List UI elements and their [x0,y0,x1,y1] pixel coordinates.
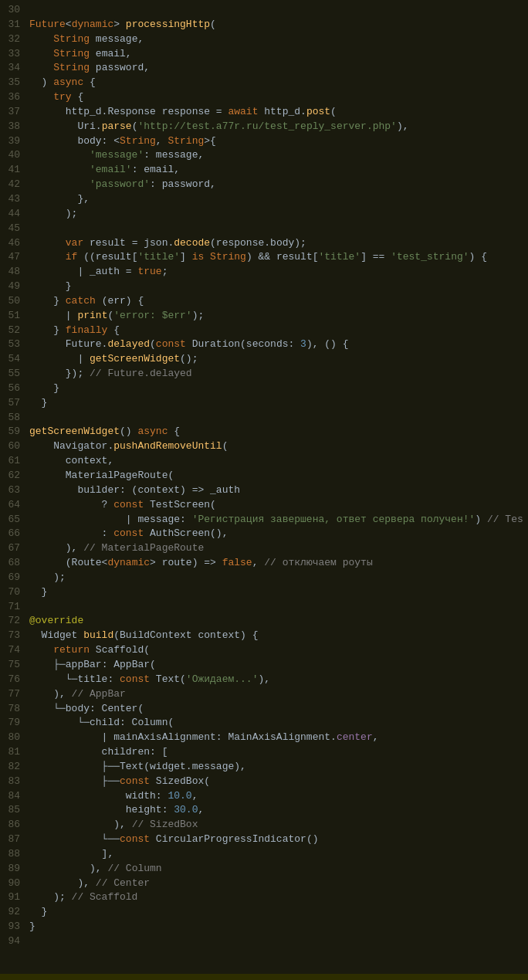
token-plain [29,91,53,103]
line-content: } [29,585,528,600]
token-plain: ? [29,499,113,510]
line-number: 74 [0,643,29,658]
token-plain: : email, [132,164,180,175]
code-line: 67 ), // MaterialPageRoute [0,541,528,556]
code-line: 78 └─body: Center( [0,702,528,717]
token-plain: | message: [29,514,192,525]
token-plain: ├─appBar: AppBar( [53,659,156,670]
code-line: 83 ├──const SizedBox( [0,775,528,789]
code-line: 39 body: <String, String>{ [0,134,528,149]
line-number: 62 [0,469,29,483]
line-content: | mainAxisAlignment: MainAxisAlignment.c… [29,731,528,745]
line-content: ├──Text(widget.message), [29,760,528,775]
token-plain [29,251,66,263]
line-content: height: 30.0, [29,803,528,818]
token-bool: false [222,557,252,568]
code-line: 68 (Route<dynamic> route) => false, // о… [0,556,528,571]
token-plain [29,644,53,656]
token-plain: ) [29,76,53,88]
token-plain: ( [330,106,337,117]
token-plain: : [29,527,113,539]
token-str: 'test_string' [391,251,469,263]
code-line: 69 ); [0,571,528,585]
line-content: children: [ [29,745,528,760]
code-line: 73 Widget build(BuildContext context) { [0,629,528,643]
line-content [29,934,528,949]
line-content: @override [29,614,528,629]
line-content: ├─appBar: AppBar( [29,658,528,673]
token-plain: | [29,310,77,321]
line-number: 39 [0,134,29,149]
line-number: 85 [0,803,29,818]
line-content: Navigator.pushAndRemoveUntil( [29,439,528,454]
token-num: 3 [300,338,306,350]
token-plain [204,251,210,263]
token-plain: } [29,382,59,394]
line-number: 60 [0,439,29,454]
code-line: 30 [0,3,528,18]
code-line: 70 } [0,585,528,600]
token-plain: password, [90,62,150,73]
line-content: } [29,280,528,294]
token-plain: , [156,135,168,147]
token-kw: finally [66,324,108,336]
token-plain: ; [162,266,168,277]
line-number: 47 [0,250,29,265]
token-plain: | mainAxisAlignment: MainAxisAlignment. [29,731,337,743]
line-number: 87 [0,832,29,847]
token-comment: // MaterialPageRoute [83,542,204,554]
line-number: 61 [0,454,29,469]
line-content: 'message': message, [29,148,528,163]
line-number: 49 [0,280,29,294]
line-content: } [29,381,528,396]
line-content: └─title: const Text('Ожидаем...'), [29,673,528,687]
code-line: 49 } [0,280,528,294]
token-plain: } [29,397,47,409]
token-plain: ); [29,571,66,583]
token-fn: pushAndRemoveUntil [113,440,222,452]
line-content [29,3,528,18]
token-plain: ) { [469,251,487,263]
token-plain: body: < [29,135,120,147]
code-line: 32 String message, [0,32,528,47]
line-content: 'password': password, [29,178,528,192]
line-number: 48 [0,265,29,280]
token-plain: Navigator. [29,440,113,452]
line-number: 68 [0,556,29,571]
line-number: 82 [0,760,29,775]
token-fn: delayed [107,338,150,350]
line-number: 54 [0,352,29,367]
token-plain: ), [29,542,83,554]
token-plain: : message, [144,149,204,161]
token-fn: getScreenWidget [29,426,120,437]
code-line: 42 'password': password, [0,178,528,192]
code-line: 52 } finally { [0,324,528,338]
token-kw: String [53,33,90,45]
line-number: 31 [0,18,29,32]
line-number: 51 [0,309,29,324]
code-line: 34 String password, [0,61,528,76]
token-plain: Duration(seconds: [186,338,300,350]
line-content [29,600,528,615]
line-content: return Scaffold( [29,643,528,658]
code-line: 92 } [0,905,528,920]
code-line: 57 } [0,396,528,411]
line-number: 69 [0,571,29,585]
code-line: 55 }); // Future.delayed [0,367,528,381]
line-number: 53 [0,337,29,352]
line-number: 45 [0,222,29,236]
token-plain [29,237,66,249]
token-kw: const [156,338,186,350]
code-line: 74 return Scaffold( [0,643,528,658]
token-plain: ], [29,848,113,860]
code-line: 50 } catch (err) { [0,294,528,309]
code-line: 66 : const AuthScreen(), [0,527,528,541]
token-plain: (response.body); [210,237,306,249]
token-plain: └─body: Center( [29,703,144,714]
line-number: 37 [0,105,29,120]
token-kw: dynamic [72,19,114,30]
token-plain [29,62,53,73]
line-number: 75 [0,658,29,673]
code-line: 93} [0,920,528,934]
line-number: 56 [0,381,29,396]
